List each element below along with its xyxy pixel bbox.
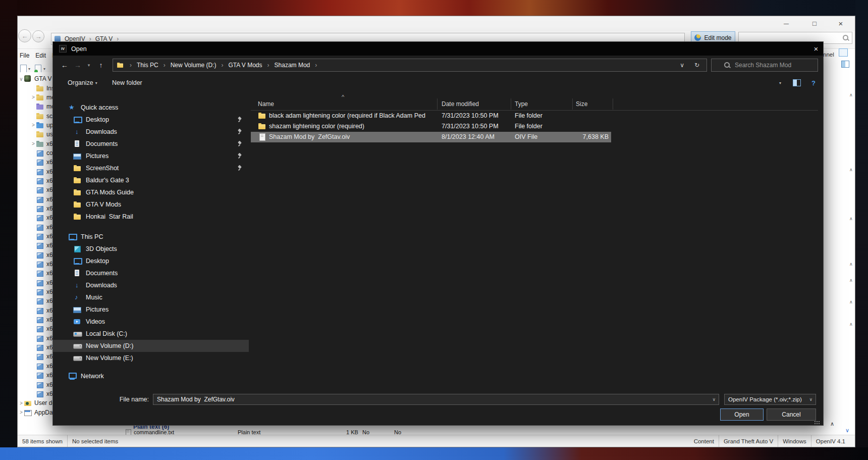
nav-item-baldur-s-gate-3[interactable]: Baldur's Gate 3: [53, 174, 249, 186]
crumb-this-pc[interactable]: This PC: [137, 62, 158, 69]
nav-section-quick-access[interactable]: Quick access: [53, 101, 249, 114]
column-date-modified[interactable]: Date modified: [442, 100, 479, 108]
nav-item-videos[interactable]: Videos: [53, 316, 249, 328]
chevron-down-icon[interactable]: ▾: [28, 67, 30, 71]
menu-file[interactable]: File: [20, 52, 29, 59]
tree-chevron-icon[interactable]: ∨: [19, 76, 24, 82]
tree-chevron-icon[interactable]: >: [31, 122, 36, 128]
sort-ascending-icon[interactable]: ^: [342, 94, 344, 100]
tree-item-x64[interactable]: x64: [18, 194, 53, 203]
crumb-shazam-mod[interactable]: Shazam Mod: [275, 62, 310, 69]
tree-item-x64[interactable]: x64: [18, 204, 53, 213]
tree-item-x64[interactable]: x64: [18, 260, 53, 269]
address-bar[interactable]: › This PC › New Volume (D:) › GTA V Mods…: [113, 59, 707, 72]
tree-item-x64[interactable]: x64: [18, 324, 53, 333]
collapse-icon[interactable]: ∧: [849, 262, 853, 267]
collapse-icon[interactable]: ∧: [849, 322, 853, 327]
column-size[interactable]: Size: [576, 100, 587, 108]
tree-chevron-icon[interactable]: >: [31, 94, 36, 100]
nav-item-desktop[interactable]: Desktop: [53, 114, 249, 126]
crumb-gta-v-mods[interactable]: GTA V Mods: [228, 62, 262, 69]
tree-item-x64[interactable]: x64: [18, 223, 53, 232]
maximize-button[interactable]: □: [803, 16, 826, 31]
openiv-forward-button[interactable]: →: [32, 30, 44, 42]
file-row-shazam-mod-by-zefgtav-oi[interactable]: Shazam Mod by ZefGtav.oiv8/1/2023 12:40 …: [251, 132, 611, 142]
recent-locations-button[interactable]: ▾: [84, 59, 93, 72]
nav-item-desktop[interactable]: Desktop: [53, 255, 249, 267]
nav-item-music[interactable]: Music: [53, 291, 249, 303]
collapse-icon[interactable]: ∧: [849, 299, 853, 304]
tree-item-x64[interactable]: x64: [18, 296, 53, 305]
resize-grip-icon[interactable]: [814, 421, 820, 425]
nav-item-downloads[interactable]: Downloads: [53, 279, 249, 291]
openiv-back-button[interactable]: ←: [18, 29, 31, 42]
views-button[interactable]: ▾: [770, 77, 781, 88]
nav-section-network[interactable]: Network: [53, 370, 249, 382]
tree-item-x64[interactable]: x64: [18, 241, 53, 250]
help-button[interactable]: ?: [811, 77, 816, 88]
tree-item-x64[interactable]: x64: [18, 287, 53, 296]
nav-item-new-volume-d[interactable]: New Volume (D:): [53, 340, 249, 352]
cancel-button[interactable]: Cancel: [767, 408, 816, 421]
collapse-icon[interactable]: ∧: [849, 278, 853, 283]
new-folder-button[interactable]: New folder: [112, 77, 142, 88]
column-divider[interactable]: [572, 98, 573, 110]
nav-item-honkai-star-rail[interactable]: Honkai Star Rail: [53, 211, 249, 223]
dialog-close-button[interactable]: ×: [808, 42, 824, 56]
refresh-icon[interactable]: ↻: [694, 59, 699, 71]
tree-item-me[interactable]: >me: [18, 93, 53, 102]
preview-pane-button[interactable]: [793, 77, 801, 88]
file-row-black-adam-lightening-co[interactable]: black adam lightening color (required if…: [251, 111, 611, 121]
tree-item-appdat[interactable]: >AppDat: [18, 407, 53, 417]
tree-item-x64[interactable]: x64: [18, 389, 53, 398]
tree-item-ins[interactable]: Ins: [18, 83, 53, 92]
tree-item-x64[interactable]: x64: [18, 306, 53, 315]
menu-edit[interactable]: Edit: [35, 52, 46, 59]
tree-item-scr[interactable]: scr: [18, 111, 53, 120]
file-row-shazam-lightening-color-[interactable]: shazam lightening color (required)7/31/2…: [251, 121, 611, 132]
nav-section-this-pc[interactable]: This PC: [53, 231, 249, 243]
tree-item-x64[interactable]: x64: [18, 278, 53, 287]
expand-icon[interactable]: ∨: [845, 427, 849, 434]
nav-item-downloads[interactable]: Downloads: [53, 126, 249, 138]
column-divider[interactable]: [437, 98, 438, 110]
tree-item-mo[interactable]: mo: [18, 102, 53, 111]
tree-item-up[interactable]: >up: [18, 121, 53, 130]
tree-item-com[interactable]: com: [18, 148, 53, 158]
nav-item-gta-v-mods[interactable]: GTA V Mods: [53, 198, 249, 211]
address-dropdown-icon[interactable]: ∨: [680, 59, 684, 71]
tree-item-x64[interactable]: x64: [18, 232, 53, 241]
tree-item-x64[interactable]: x64: [18, 176, 53, 185]
collapse-icon[interactable]: ∧: [849, 216, 853, 221]
chevron-down-icon[interactable]: ∨: [712, 397, 719, 402]
organize-button[interactable]: Organize ▾: [68, 77, 97, 88]
tree-item-gta-v[interactable]: ∨GTA V: [18, 74, 53, 83]
crumb-volume-d[interactable]: New Volume (D:): [171, 62, 216, 69]
tree-item-x64[interactable]: x64: [18, 315, 53, 324]
tree-chevron-icon[interactable]: >: [19, 400, 24, 406]
file-type-select[interactable]: OpenIV Package (*.oiv;*.zip) ∨: [724, 394, 816, 405]
tree-item-x6[interactable]: >x6: [18, 139, 53, 148]
collapse-icon[interactable]: ∧: [849, 92, 853, 97]
back-button[interactable]: ←: [59, 59, 70, 72]
forward-button[interactable]: →: [72, 59, 83, 72]
tree-item-x64[interactable]: x64: [18, 213, 53, 222]
tree-item-x64[interactable]: x64: [18, 380, 53, 389]
split-view-icon[interactable]: [841, 61, 849, 68]
tree-item-x64[interactable]: x64: [18, 158, 53, 167]
collapse-icon[interactable]: ∧: [849, 167, 853, 172]
up-button[interactable]: ↑: [95, 59, 106, 72]
column-divider[interactable]: [613, 98, 613, 110]
tree-item-x64[interactable]: x64: [18, 352, 53, 361]
nav-item-new-volume-e[interactable]: New Volume (E:): [53, 352, 249, 364]
nav-item-screenshot[interactable]: ScreenShot: [53, 162, 249, 174]
column-type[interactable]: Type: [515, 100, 528, 108]
dialog-search-box[interactable]: [711, 59, 818, 72]
add-file-icon[interactable]: [35, 65, 41, 73]
tree-chevron-icon[interactable]: >: [19, 410, 24, 415]
tree-chevron-icon[interactable]: >: [31, 141, 36, 146]
nav-item-gta-mods-guide[interactable]: GTA Mods Guide: [53, 186, 249, 198]
collapse-icon[interactable]: ∧: [830, 421, 834, 427]
nav-item-local-disk-c[interactable]: Local Disk (C:): [53, 328, 249, 340]
nav-item-documents[interactable]: Documents: [53, 267, 249, 279]
